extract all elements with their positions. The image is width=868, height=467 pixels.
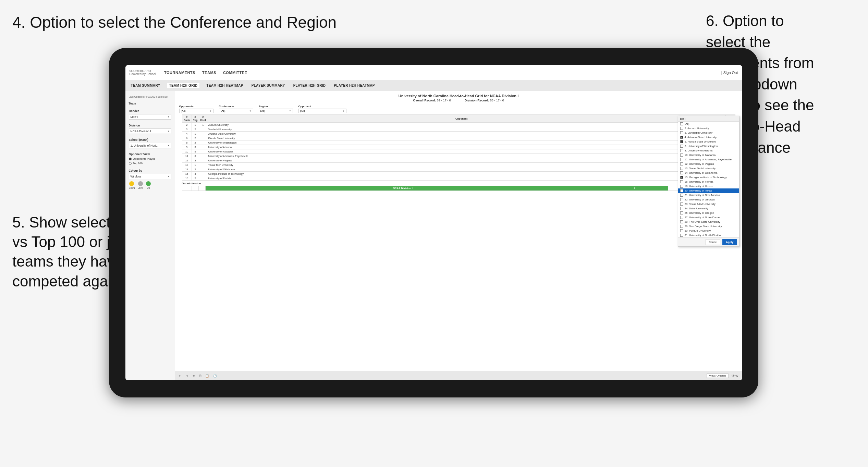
dropdown-item[interactable]: ✓5. Florida State University <box>678 139 739 144</box>
nav-signout[interactable]: | Sign Out <box>721 71 738 75</box>
table-row: 9 3 University of Arizona 1 0 <box>182 145 735 149</box>
opponent-select[interactable]: (All) <box>298 109 346 113</box>
dropdown-item[interactable]: 13. Texas Tech University <box>678 166 739 171</box>
dropdown-item[interactable]: ✓4. Arizona State University <box>678 135 739 139</box>
dropdown-item[interactable]: 31. University of North Florida <box>678 233 739 237</box>
dropdown-item-label: 31. University of North Florida <box>685 234 721 237</box>
dropdown-item[interactable]: ✓15. Georgia Institute of Technology <box>678 175 739 180</box>
sub-nav-player-h2h-grid[interactable]: PLAYER H2H GRID <box>292 84 327 87</box>
checkbox-icon <box>680 185 683 188</box>
cell-rag: 5 <box>192 149 199 154</box>
out-div-rank <box>182 186 192 191</box>
toolbar-redo[interactable]: ↪ <box>185 374 190 378</box>
cell-rank: 12 <box>182 158 192 163</box>
dropdown-item[interactable]: 3. Vanderbilt University <box>678 131 739 135</box>
opponent-dropdown[interactable]: (All) (All)2. Auburn University3. Vander… <box>678 116 739 247</box>
dropdown-item[interactable]: 20. University of Texas <box>678 188 739 193</box>
checkbox-icon <box>680 207 683 210</box>
sub-nav-player-h2h-heatmap[interactable]: PLAYER H2H HEATMAP <box>332 84 376 87</box>
last-updated: Last Updated: 4/10/2024 16:55:38 <box>129 95 171 98</box>
dropdown-item[interactable]: 25. University of Oregon <box>678 211 739 215</box>
checkbox-icon <box>680 234 683 237</box>
out-div-rag <box>192 186 198 191</box>
dropdown-item[interactable]: 8. University of Arizona <box>678 148 739 153</box>
school-dropdown[interactable]: 1. University of Nort... <box>129 143 171 148</box>
dropdown-item-label: 30. Purdue University <box>685 229 711 232</box>
opponents-filter: Opponents: (All) <box>179 105 213 113</box>
colour-label: Colour by <box>129 169 171 172</box>
opponents-label: Opponents: <box>179 105 213 108</box>
cell-rank: 2 <box>182 123 192 127</box>
cell-conf <box>199 172 207 176</box>
top-nav: 5COREBOARD Powered by School TOURNAMENTS… <box>125 65 742 80</box>
gender-label: Gender <box>129 109 171 113</box>
dropdown-item[interactable]: 28. The Ohio State University <box>678 220 739 224</box>
cancel-button[interactable]: Cancel <box>706 239 720 245</box>
annotation-top-left: 4. Option to select the Conference and R… <box>12 12 337 33</box>
dropdown-item[interactable]: 22. University of Georgia <box>678 197 739 202</box>
division-dropdown[interactable]: NCAA Division I <box>129 128 171 134</box>
toolbar-eye[interactable]: 👁 W <box>731 374 739 378</box>
apply-button[interactable]: Apply <box>722 239 737 245</box>
left-sidebar: Last Updated: 4/10/2024 16:55:38 Team Ge… <box>125 91 175 380</box>
dropdown-item[interactable]: 12. University of Virginia <box>678 162 739 166</box>
dropdown-item[interactable]: 21. University of New Mexico <box>678 193 739 197</box>
cell-rank: 14 <box>182 167 192 172</box>
dropdown-item-label: (All) <box>685 122 689 125</box>
cell-conf <box>199 149 207 154</box>
dropdown-item[interactable]: 27. University of Notre Dame <box>678 215 739 220</box>
toolbar-undo[interactable]: ↩ <box>178 374 183 378</box>
radio-top100[interactable]: Top 100 <box>129 162 171 165</box>
region-select[interactable]: (All) <box>259 109 293 113</box>
opponents-select[interactable]: (All) <box>179 109 213 113</box>
toolbar-back[interactable]: ⬅ <box>192 374 196 378</box>
cell-rank: 6 <box>182 136 192 140</box>
nav-tournaments[interactable]: TOURNAMENTS <box>164 71 195 75</box>
nav-teams[interactable]: TEAMS <box>202 71 216 75</box>
dropdown-item-label: 27. University of Notre Dame <box>685 216 720 219</box>
legend-down: Down <box>129 181 135 189</box>
sub-nav-h2h-grid[interactable]: TEAM H2H GRID <box>167 83 200 88</box>
radio-opponents-played[interactable]: Opponents Played <box>129 157 171 160</box>
toolbar-copy[interactable]: ⎘ <box>198 374 202 378</box>
cell-name: University of Arkansas, Fayetteville <box>207 154 716 158</box>
tablet-screen: 5COREBOARD Powered by School TOURNAMENTS… <box>125 65 742 380</box>
gender-dropdown[interactable]: Men's <box>129 114 171 120</box>
dropdown-item-label: 10. University of Alabama <box>685 153 716 157</box>
dropdown-item[interactable]: 16. University of Florida <box>678 180 739 184</box>
dropdown-item[interactable]: 11. University of Arkansas, Fayetteville <box>678 157 739 162</box>
dropdown-item[interactable]: 18. University of Illinois <box>678 184 739 188</box>
dropdown-item[interactable]: 29. San Diego State University <box>678 224 739 229</box>
toolbar-clock[interactable]: 🕐 <box>212 374 218 378</box>
dropdown-item[interactable]: 2. Auburn University <box>678 126 739 131</box>
dropdown-item[interactable]: 10. University of Alabama <box>678 153 739 157</box>
dropdown-item[interactable]: 14. University of Oklahoma <box>678 171 739 175</box>
nav-committee[interactable]: COMMITTEE <box>223 71 247 75</box>
out-div-win: 1 <box>601 186 668 191</box>
region-filter: Region (All) <box>259 105 293 113</box>
cell-rag: 2 <box>192 140 199 145</box>
dropdown-item[interactable]: (All) <box>678 122 739 126</box>
sub-nav-player-summary[interactable]: PLAYER SUMMARY <box>250 84 286 87</box>
bottom-toolbar: ↩ ↪ ⬅ ⎘ 📋 🕐 View: Original 👁 W <box>175 371 742 380</box>
school-section: School (Rank) 1. University of Nort... <box>129 138 171 148</box>
cell-rank: 11 <box>182 154 192 158</box>
checkbox-icon <box>680 171 683 174</box>
dropdown-item-label: 4. Arizona State University <box>685 136 717 139</box>
dropdown-item[interactable]: 24. Duke University <box>678 206 739 211</box>
out-div-name: NCAA Division II <box>205 186 601 191</box>
dropdown-item[interactable]: 30. Purdue University <box>678 229 739 233</box>
conference-select[interactable]: (All) <box>219 109 253 113</box>
dropdown-item-label: 15. Georgia Institute of Technology <box>685 176 727 179</box>
sub-nav-h2h-heatmap[interactable]: TEAM H2H HEATMAP <box>205 84 244 87</box>
checkbox-icon <box>680 149 683 152</box>
out-div-label: Out of division <box>182 182 735 185</box>
dropdown-item[interactable]: 23. Texas A&M University <box>678 202 739 206</box>
sub-nav-team-summary[interactable]: TEAM SUMMARY <box>130 84 162 87</box>
dropdown-item[interactable]: 6. University of Washington <box>678 144 739 148</box>
toolbar-paste[interactable]: 📋 <box>204 374 210 378</box>
colour-dropdown[interactable]: Win/loss <box>129 174 171 179</box>
colour-section: Colour by Win/loss Down Level <box>129 169 171 189</box>
checkbox-icon <box>680 225 683 228</box>
cell-rank: 13 <box>182 163 192 167</box>
